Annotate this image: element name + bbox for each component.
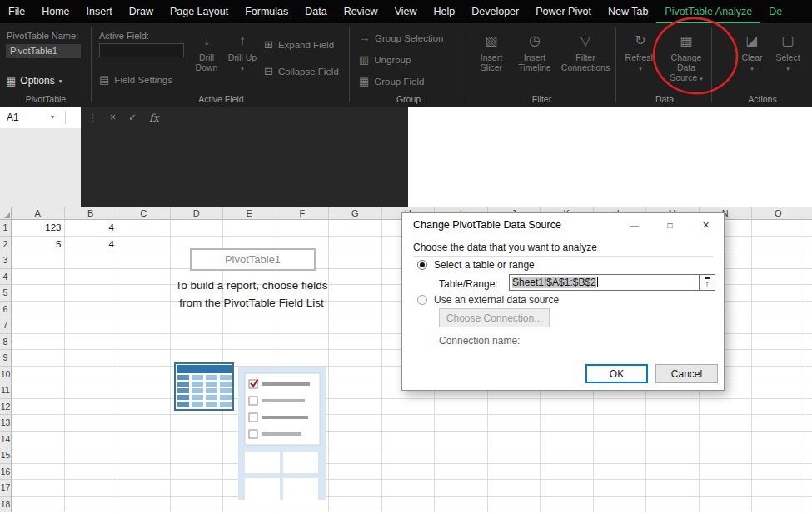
cell-P2[interactable] (805, 237, 812, 253)
cell-J12[interactable] (488, 399, 541, 416)
cell-C9[interactable] (117, 350, 171, 367)
cell-H16[interactable] (382, 464, 436, 481)
chevron-down-icon[interactable]: ▾ (51, 107, 54, 128)
cell-C18[interactable] (117, 497, 171, 513)
cell-C11[interactable] (117, 382, 171, 399)
cell-L16[interactable] (594, 464, 647, 481)
filter-connections-button[interactable]: ▽ Filter Connections (559, 27, 612, 101)
cell-I12[interactable] (435, 399, 488, 416)
tab-power-pivot[interactable]: Power Pivot (527, 0, 600, 23)
cell-C7[interactable] (117, 317, 171, 334)
cell-E1[interactable] (223, 220, 276, 237)
cell-O11[interactable] (752, 382, 805, 399)
cell-B1[interactable]: 4 (65, 220, 118, 237)
cell-P10[interactable] (805, 367, 812, 383)
cell-P13[interactable] (805, 415, 812, 432)
cell-O12[interactable] (752, 399, 805, 416)
cell-A10[interactable] (12, 367, 65, 383)
cell-A9[interactable] (12, 350, 65, 367)
cell-A17[interactable] (12, 480, 65, 497)
cell-O13[interactable] (752, 415, 805, 432)
cell-L12[interactable] (594, 399, 647, 416)
cell-M16[interactable] (646, 464, 700, 481)
cell-P6[interactable] (805, 302, 812, 318)
cell-B10[interactable] (65, 367, 118, 383)
select-button[interactable]: ▢ Select ▾ (771, 27, 805, 101)
cell-O1[interactable] (752, 220, 805, 237)
cell-G6[interactable] (329, 302, 382, 318)
tab-file[interactable]: File (0, 0, 33, 23)
cell-M17[interactable] (646, 480, 700, 497)
cell-M12[interactable] (646, 399, 700, 416)
cell-N16[interactable] (700, 464, 753, 481)
tab-help[interactable]: Help (426, 0, 464, 23)
cell-I16[interactable] (435, 464, 488, 481)
cell-A8[interactable] (12, 334, 65, 351)
cell-P15[interactable] (805, 447, 812, 464)
cell-B16[interactable] (65, 464, 118, 481)
cell-N18[interactable] (700, 497, 753, 513)
drill-down-button[interactable]: ↓ Drill Down (189, 27, 224, 101)
cell-G12[interactable] (329, 399, 382, 416)
cell-G16[interactable] (329, 464, 382, 481)
row-header-2[interactable]: 2 (0, 237, 12, 253)
tab-new-tab[interactable]: New Tab (600, 0, 656, 23)
cell-C14[interactable] (117, 432, 171, 448)
cell-G14[interactable] (329, 432, 382, 448)
cell-A7[interactable] (12, 317, 65, 334)
cell-O16[interactable] (752, 464, 805, 481)
cell-P11[interactable] (805, 382, 812, 399)
cell-P18[interactable] (805, 497, 812, 513)
row-header-18[interactable]: 18 (0, 497, 12, 513)
cell-A6[interactable] (12, 302, 65, 318)
tab-review[interactable]: Review (336, 0, 386, 23)
cell-L17[interactable] (594, 480, 647, 497)
cell-K13[interactable] (541, 415, 594, 432)
tab-view[interactable]: View (386, 0, 426, 23)
row-header-10[interactable]: 10 (0, 367, 12, 383)
cell-C13[interactable] (117, 415, 171, 432)
cell-A15[interactable] (12, 447, 65, 464)
cell-J14[interactable] (488, 432, 541, 448)
cell-K18[interactable] (541, 497, 594, 513)
cell-C3[interactable] (117, 252, 171, 269)
drill-up-button[interactable]: ↑ Drill Up ▾ (226, 27, 259, 101)
cell-G11[interactable] (329, 382, 382, 399)
cell-G5[interactable] (329, 285, 382, 302)
maximize-button[interactable]: □ (652, 213, 688, 237)
row-header-15[interactable]: 15 (0, 447, 12, 464)
insert-slicer-button[interactable]: ▧ Insert Slicer (472, 27, 511, 101)
cell-C10[interactable] (117, 367, 171, 383)
cell-B4[interactable] (65, 269, 118, 286)
tab-formulas[interactable]: Formulas (237, 0, 296, 23)
tab-page-layout[interactable]: Page Layout (162, 0, 237, 23)
cell-C5[interactable] (117, 285, 171, 302)
cell-O3[interactable] (752, 252, 805, 269)
table-range-input[interactable]: Sheet1!$A$1:$B$2 (509, 274, 700, 291)
field-settings-button[interactable]: ▤ Field Settings (99, 73, 172, 86)
row-header-13[interactable]: 13 (0, 415, 12, 432)
group-field-button[interactable]: ▦ Group Field (359, 75, 424, 87)
cell-P8[interactable] (805, 334, 812, 351)
cell-O8[interactable] (752, 334, 805, 351)
cell-C16[interactable] (117, 464, 171, 481)
cell-A5[interactable] (12, 285, 65, 302)
cell-A12[interactable] (12, 399, 65, 416)
cell-M15[interactable] (646, 447, 700, 464)
cell-N15[interactable] (700, 447, 753, 464)
cell-I18[interactable] (435, 497, 488, 513)
cell-G7[interactable] (329, 317, 382, 334)
cell-F8[interactable] (276, 334, 330, 351)
tab-pivottable-analyze[interactable]: PivotTable Analyze (656, 0, 760, 23)
cell-H18[interactable] (382, 497, 436, 513)
tab-developer[interactable]: Developer (463, 0, 527, 23)
cell-G4[interactable] (329, 269, 382, 286)
cell-D1[interactable] (171, 220, 224, 237)
tab-draw[interactable]: Draw (121, 0, 162, 23)
name-box[interactable]: A1 ▾ (0, 107, 81, 128)
cell-G3[interactable] (329, 252, 382, 269)
cell-H17[interactable] (382, 480, 436, 497)
cell-L18[interactable] (594, 497, 647, 513)
cell-O9[interactable] (752, 350, 805, 367)
group-selection-button[interactable]: → Group Selection (359, 32, 443, 44)
